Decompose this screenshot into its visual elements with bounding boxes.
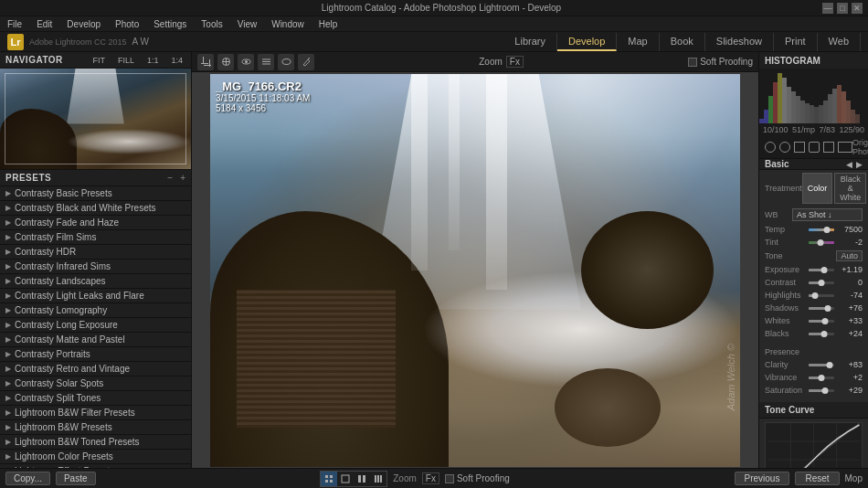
tab-map[interactable]: Map [617,33,659,51]
preset-group-matte[interactable]: ▶Contrasty Matte and Pastel [0,333,191,347]
hist-icon-4[interactable] [809,142,820,153]
preset-group-lomography[interactable]: ▶Contrasty Lomography [0,303,191,318]
menu-help[interactable]: Help [315,19,342,29]
tab-print[interactable]: Print [774,33,818,51]
blacks-thumb[interactable] [821,331,828,337]
copy-button[interactable]: Copy... [5,472,50,485]
menu-settings[interactable]: Settings [150,19,190,29]
preset-group-portraits[interactable]: ▶Contrasty Portraits [0,347,191,362]
tab-library[interactable]: Library [503,33,557,51]
whites-thumb[interactable] [821,318,828,324]
exposure-thumb[interactable] [821,267,828,273]
preset-group-solar[interactable]: ▶Contrasty Solar Spots [0,377,191,391]
preset-group-longexposure[interactable]: ▶Contrasty Long Exposure [0,318,191,333]
paste-button[interactable]: Paste [56,472,96,485]
preset-group-film[interactable]: ▶Contrasty Film Sims [0,230,191,245]
temp-thumb[interactable] [823,227,830,233]
auto-btn[interactable]: Auto [836,250,863,261]
preset-group-splittones[interactable]: ▶Contrasty Split Tones [0,391,191,406]
menu-develop[interactable]: Develop [63,19,104,29]
navigator-header[interactable]: Navigator FIT FILL 1:1 1:4 [0,52,191,69]
navigator-preview[interactable] [0,69,191,169]
zoom-fx-bottom[interactable]: Fx [422,472,439,484]
menu-file[interactable]: File [4,19,26,29]
presets-header[interactable]: Presets − + [0,170,191,186]
view-survey-btn[interactable] [370,472,386,486]
menu-view[interactable]: View [234,19,261,29]
view-compare-btn[interactable] [354,472,370,486]
tint-thumb[interactable] [818,239,824,246]
vibrance-thumb[interactable] [819,375,825,381]
saturation-thumb[interactable] [821,387,828,394]
tint-slider[interactable] [809,241,834,244]
contrast-slider[interactable] [809,281,834,284]
saturation-slider[interactable] [809,389,834,392]
view-loupe-btn[interactable] [337,472,354,486]
preset-group-lrcolor[interactable]: ▶Lightroom Color Presets [0,450,191,464]
preset-group-hdr[interactable]: ▶Contrasty HDR [0,245,191,260]
hist-icon-3[interactable] [794,142,805,153]
treatment-bw-btn[interactable]: Black & White [834,173,866,204]
heal-tool[interactable] [217,54,234,70]
radial-filter-tool[interactable] [278,54,294,70]
zoom-1to4[interactable]: 1:4 [168,55,185,66]
soft-proof-checkbox[interactable] [688,58,697,67]
preset-group-bw[interactable]: ▶Contrasty Black and White Presets [0,201,191,216]
tab-book[interactable]: Book [660,33,705,51]
whites-slider[interactable] [809,320,834,323]
preset-group-retro[interactable]: ▶Contrasty Retro and Vintage [0,362,191,377]
view-grid-btn[interactable] [321,472,337,486]
preset-group-fade[interactable]: ▶Contrasty Fade and Haze [0,216,191,230]
clarity-slider[interactable] [809,364,834,366]
hist-icon-2[interactable] [779,142,790,153]
preset-group-contrasty-basic[interactable]: ▶Contrasty Basic Presets [0,186,191,201]
highlights-slider[interactable] [809,294,834,297]
maximize-button[interactable]: □ [837,3,848,14]
menu-window[interactable]: Window [268,19,308,29]
crop-tool[interactable] [197,54,214,70]
tab-slideshow[interactable]: Slideshow [705,33,774,51]
soft-proof-checkbox-bottom[interactable] [445,474,454,483]
exposure-slider[interactable] [809,269,834,271]
preset-group-lrbwfilter[interactable]: ▶Lightroom B&W Filter Presets [0,406,191,420]
zoom-fit[interactable]: FIT [90,55,108,66]
preset-group-landscapes[interactable]: ▶Contrasty Landscapes [0,274,191,289]
wb-dropdown[interactable]: As Shot ↓ [792,208,863,221]
tab-develop[interactable]: Develop [557,33,617,51]
menu-edit[interactable]: Edit [33,19,56,29]
hist-icon-5[interactable] [823,142,834,153]
reset-button[interactable]: Reset [795,472,839,485]
hist-icon-6[interactable] [838,142,852,153]
redeye-tool[interactable] [238,54,254,70]
soft-proofing-toggle[interactable]: Soft Proofing [688,57,753,67]
vibrance-slider[interactable] [809,377,834,379]
minimize-button[interactable]: — [822,3,833,14]
presets-collapse[interactable]: − [167,173,173,183]
hist-icon-1[interactable] [765,142,776,153]
preset-group-lrbw[interactable]: ▶Lightroom B&W Presets [0,420,191,435]
presets-add[interactable]: + [180,173,185,183]
preset-group-lrbwtoned[interactable]: ▶Lightroom B&W Toned Presets [0,435,191,450]
contrast-thumb[interactable] [819,280,825,286]
window-controls[interactable]: — □ ✕ [822,3,863,14]
tonecurve-header[interactable]: Tone Curve [759,402,868,419]
zoom-value[interactable]: Fx [506,56,524,68]
clarity-thumb[interactable] [827,362,833,368]
preset-group-infrared[interactable]: ▶Contrasty Infrared Sims [0,260,191,274]
blacks-slider[interactable] [809,333,834,335]
temp-slider[interactable] [809,228,834,231]
shadows-thumb[interactable] [825,305,831,312]
menu-tools[interactable]: Tools [197,19,226,29]
treatment-color-btn[interactable]: Color [802,173,833,204]
basic-panel-header[interactable]: Basic ◀ ▶ [759,159,868,170]
tab-web[interactable]: Web [818,33,861,51]
preset-group-lightleaks[interactable]: ▶Contrasty Light Leaks and Flare [0,289,191,303]
preset-group-lreffect[interactable]: ▶Lightroom Effect Presets [0,464,191,468]
shadows-slider[interactable] [809,307,834,310]
menu-photo[interactable]: Photo [111,19,143,29]
previous-button[interactable]: Previous [735,472,790,485]
graduated-filter-tool[interactable] [258,54,274,70]
adjustment-brush-tool[interactable] [298,54,314,70]
close-button[interactable]: ✕ [852,3,863,14]
zoom-fill[interactable]: FILL [115,55,137,66]
